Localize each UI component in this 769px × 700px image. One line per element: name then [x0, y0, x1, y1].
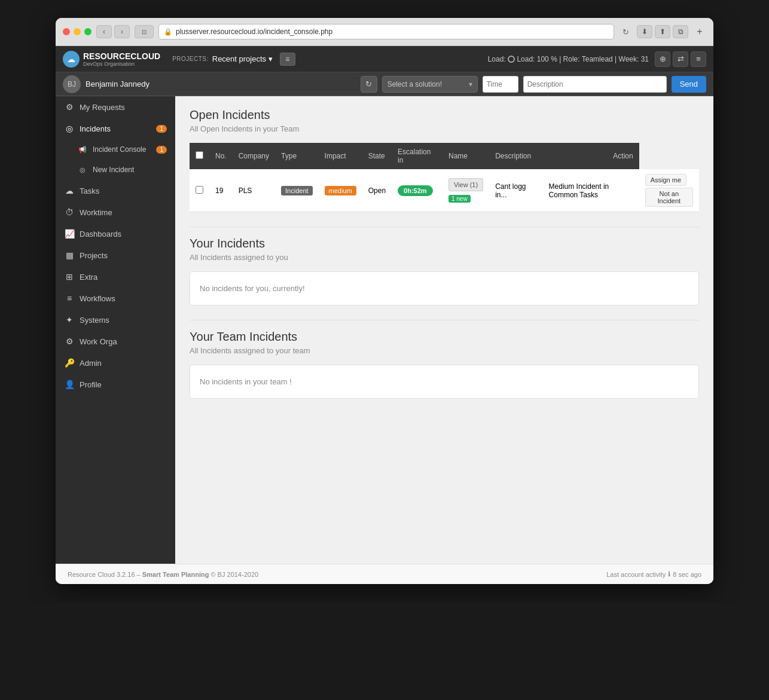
new-tab-button[interactable]: +	[693, 25, 706, 38]
forward-button[interactable]: ›	[114, 25, 130, 38]
sidebar-item-new-incident[interactable]: ◎ New Incident	[56, 160, 175, 180]
sidebar-label-dashboards: Dashboards	[80, 230, 121, 239]
footer-left-text: Resource Cloud 3.2.16 – Smart Team Plann…	[68, 571, 258, 578]
logo-sub: DevOps Organisation	[83, 61, 160, 67]
url-text: plusserver.resourcecloud.io/incident_con…	[176, 27, 609, 36]
download-button[interactable]: ⬇	[637, 25, 652, 38]
load-info: Load: Load: 100 % | Role: Teamlead | Wee…	[488, 55, 649, 63]
new-badge: 1 new	[448, 195, 471, 203]
console-badge: 1	[156, 146, 167, 154]
sidebar-item-work-orga[interactable]: ⚙ Work Orga	[56, 331, 175, 352]
description-input[interactable]	[523, 76, 667, 93]
tasks-icon: ☁	[64, 186, 75, 195]
share-button[interactable]: ⬆	[655, 25, 670, 38]
view-button[interactable]: View (1)	[448, 178, 483, 191]
sidebar-item-my-requests[interactable]: ⚙ My Requests	[56, 96, 175, 118]
top-bar: ☁ RESOURCECLOUD DevOps Organisation PROJ…	[56, 46, 713, 72]
sidebar-item-dashboards[interactable]: 📈 Dashboards	[56, 223, 175, 244]
minimize-dot[interactable]	[74, 28, 81, 35]
your-incidents-title: Your Incidents	[190, 237, 699, 250]
projects-dropdown[interactable]: Recent projects ▾	[212, 54, 273, 63]
console-icon: 📢	[77, 146, 88, 154]
open-incidents-sub: All Open Incidents in your Team	[190, 124, 699, 133]
sidebar-item-admin[interactable]: 🔑 Admin	[56, 352, 175, 374]
sidebar-item-extra[interactable]: ⊞ Extra	[56, 266, 175, 288]
td-company: PLS	[233, 169, 275, 212]
sidebar-item-tasks[interactable]: ☁ Tasks	[56, 180, 175, 201]
logo-area: ☁ RESOURCECLOUD DevOps Organisation	[63, 51, 160, 68]
sidebar-item-incident-console[interactable]: 📢 Incident Console 1	[56, 139, 175, 160]
th-impact: Impact	[319, 143, 362, 169]
sidebar-item-projects[interactable]: ▦ Projects	[56, 244, 175, 266]
top-bar-icons: ⊕ ⇄ ≡	[655, 51, 706, 67]
assign-me-button[interactable]: Assign me	[645, 174, 686, 186]
close-dot[interactable]	[63, 28, 70, 35]
td-state: Open	[362, 169, 392, 212]
info-icon: ℹ	[668, 570, 670, 578]
requests-icon: ⚙	[64, 102, 75, 112]
table-row: 19 PLS Incident medium	[190, 169, 699, 212]
footer-right: Last account activity ℹ 8 sec ago	[606, 570, 701, 578]
th-name: Name	[443, 143, 489, 169]
footer-time-ago: 8 sec ago	[673, 571, 701, 578]
sidebar-label-workflows: Workflows	[80, 294, 115, 303]
sidebar-label-incident-console: Incident Console	[93, 145, 146, 154]
exchange-icon-button[interactable]: ⇄	[673, 51, 688, 67]
sidebar-item-systems[interactable]: ✦ Systems	[56, 309, 175, 331]
list-button[interactable]: ≡	[280, 53, 295, 66]
back-button[interactable]: ‹	[96, 25, 112, 38]
admin-icon: 🔑	[64, 358, 75, 368]
refresh-button[interactable]: ↻	[361, 76, 377, 93]
td-type: Incident	[275, 169, 319, 212]
th-state: State	[362, 143, 392, 169]
extra-icon: ⊞	[64, 272, 75, 282]
time-input[interactable]	[483, 76, 518, 93]
section-divider-2	[190, 320, 699, 320]
incident-description: Medium Incident in Common Tasks	[549, 182, 609, 199]
footer: Resource Cloud 3.2.16 – Smart Team Plann…	[56, 564, 713, 584]
user-bar: BJ Benjamin Jannedy ↻ Select a solution!…	[56, 72, 713, 96]
incidents-badge: 1	[156, 125, 167, 133]
sidebar-item-worktime[interactable]: ⏱ Worktime	[56, 201, 175, 223]
menu-icon-button[interactable]: ≡	[691, 51, 706, 67]
th-company: Company	[233, 143, 275, 169]
team-incidents-title: Your Team Incidents	[190, 330, 699, 344]
sidebar-item-incidents[interactable]: ◎ Incidents 1	[56, 118, 175, 139]
type-badge: Incident	[281, 186, 313, 195]
logo-text: RESOURCECLOUD	[83, 51, 160, 61]
work-orga-icon: ⚙	[64, 337, 75, 346]
lock-icon: 🔒	[164, 28, 172, 36]
footer-left: Resource Cloud 3.2.16 – Smart Team Plann…	[68, 571, 258, 578]
window-button[interactable]: ⧉	[673, 25, 688, 38]
solution-select[interactable]: Select a solution! ▾	[382, 76, 478, 93]
dashboards-icon: 📈	[64, 229, 75, 239]
sidebar-label-profile: Profile	[80, 380, 102, 389]
not-incident-button[interactable]: Not an Incident	[645, 188, 693, 207]
escalation-badge: 0h:52m	[398, 185, 433, 196]
incident-number: 19	[215, 187, 223, 195]
td-description: Medium Incident in Common Tasks	[543, 169, 639, 212]
select-all-checkbox[interactable]	[196, 151, 203, 159]
address-bar[interactable]: 🔒 plusserver.resourcecloud.io/incident_c…	[158, 24, 614, 39]
section-divider-1	[190, 227, 699, 227]
impact-badge: medium	[325, 186, 356, 195]
td-escalation: 0h:52m	[392, 169, 443, 212]
sidebar-label-incidents: Incidents	[80, 124, 111, 133]
plus-icon-button[interactable]: ⊕	[655, 51, 670, 67]
chevron-down-icon: ▾	[469, 80, 472, 88]
tab-button[interactable]: ⊡	[135, 25, 154, 38]
maximize-dot[interactable]	[84, 28, 91, 35]
sidebar-label-tasks: Tasks	[80, 187, 99, 195]
td-checkbox	[190, 169, 209, 212]
top-bar-right: Load: Load: 100 % | Role: Teamlead | Wee…	[488, 51, 706, 67]
send-button[interactable]: Send	[672, 76, 706, 93]
browser-dots	[63, 28, 91, 35]
reload-button[interactable]: ↻	[619, 25, 632, 38]
row-checkbox[interactable]	[196, 186, 203, 194]
projects-section: PROJECTS: Recent projects ▾	[172, 54, 273, 63]
sidebar-item-workflows[interactable]: ≡ Workflows	[56, 288, 175, 309]
sidebar-item-profile[interactable]: 👤 Profile	[56, 374, 175, 395]
solution-placeholder: Select a solution!	[387, 80, 442, 88]
new-incident-icon: ◎	[77, 166, 88, 174]
sidebar-label-new-incident: New Incident	[93, 166, 134, 174]
